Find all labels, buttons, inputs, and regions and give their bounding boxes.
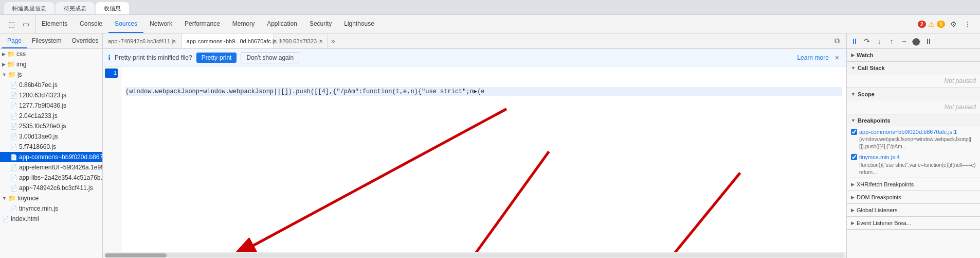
file-icon-2: 📄	[10, 92, 17, 99]
scope-header[interactable]: ▼ Scope	[847, 88, 980, 100]
breakpoint-checkbox-2[interactable]	[851, 154, 857, 160]
dont-show-button[interactable]: Don't show again	[241, 52, 299, 63]
tree-file-2[interactable]: 📄 1200.63d7f323.js	[0, 90, 102, 100]
tab-network[interactable]: Network	[143, 15, 178, 33]
tree-file-app-commons[interactable]: 📄 app-commons~bb9f020d.b8670afc.js	[0, 152, 102, 162]
tab-elements[interactable]: Elements	[35, 15, 74, 33]
browser-tab-2[interactable]: 待完成息	[56, 2, 95, 14]
tree-folder-css[interactable]: ▶ 📁 css	[0, 49, 102, 59]
learn-more-link[interactable]: Learn more	[797, 54, 828, 61]
code-content[interactable]: (window.webpackJsonp=window.webpackJsonp…	[121, 66, 846, 252]
tree-folder-img[interactable]: ▶ 📁 img	[0, 59, 102, 70]
device-toolbar-btn[interactable]: ▭	[20, 18, 32, 30]
file-tab-1200[interactable]: 1200.63d7f323.js	[274, 33, 328, 48]
pause-on-exception-btn[interactable]: ⏸	[923, 36, 934, 47]
file-tabs-more-btn[interactable]: »	[328, 33, 338, 48]
step-into-btn[interactable]: ↓	[874, 36, 885, 47]
folder-triangle-js: ▼	[2, 72, 7, 77]
step-out-btn[interactable]: ↑	[886, 36, 897, 47]
step-btn[interactable]: →	[898, 36, 910, 47]
global-listeners-section: ▶ Global Listeners	[847, 204, 980, 217]
file-icon-7: 📄	[10, 144, 17, 150]
folder-icon-img: 📁	[7, 61, 15, 68]
tab-application[interactable]: Application	[261, 15, 303, 33]
browser-tab-1[interactable]: 帕迪奥里信息	[4, 2, 55, 14]
tab-security[interactable]: Security	[303, 15, 338, 33]
tree-file-7[interactable]: 📄 5.f7418660.js	[0, 142, 102, 152]
breakpoint-checkbox-1[interactable]	[851, 129, 857, 135]
pretty-print-button[interactable]: Pretty-print	[196, 53, 237, 63]
pause-resume-btn[interactable]: ⏸	[849, 36, 860, 47]
file-icon-6: 📄	[10, 133, 17, 140]
step-over-btn[interactable]: ↷	[861, 36, 873, 47]
breakpoint-item-2[interactable]: tinymce.min.js:4 !function(){"use strict…	[847, 152, 980, 177]
breakpoint-item-1[interactable]: app-commons~bb9f020d.b8670afc.js:1 (wind…	[847, 127, 980, 152]
watch-section: ▶ Watch	[847, 49, 980, 62]
folder-icon-js: 📁	[8, 71, 16, 78]
tree-file-app-libs[interactable]: 📄 app-libs~2a42e354.4c51a76b.js	[0, 173, 102, 183]
folder-triangle-css: ▶	[2, 51, 6, 57]
tree-file-5[interactable]: 📄 2535.f0c528e0.js	[0, 121, 102, 131]
call-stack-header[interactable]: ▼ Call Stack	[847, 62, 980, 74]
devtools-nav-right: 2 ⚠ 1 ⚙ ⋮	[914, 15, 978, 33]
file-icon-3: 📄	[10, 102, 17, 109]
more-options-btn[interactable]: ⋮	[961, 18, 974, 30]
line-number-1: 1	[105, 68, 118, 78]
xhr-triangle: ▶	[851, 182, 855, 187]
tab-console[interactable]: Console	[74, 15, 108, 33]
breakpoint-filename-2: tinymce.min.js:4	[859, 153, 976, 161]
browser-tab-3[interactable]: 收信息	[96, 2, 129, 14]
xhr-breakpoints-section: ▶ XHR/fetch Breakpoints	[847, 178, 980, 191]
file-icon-app: 📄	[10, 185, 17, 192]
tree-file-4[interactable]: 📄 2.04c1a233.js	[0, 111, 102, 121]
tree-file-app[interactable]: 📄 app~748942c6.bc3cf411.js	[0, 183, 102, 193]
file-icon-4: 📄	[10, 113, 17, 119]
watch-section-header[interactable]: ▶ Watch	[847, 49, 980, 61]
file-icon-5: 📄	[10, 123, 17, 130]
horizontal-scrollbar[interactable]	[103, 252, 846, 258]
inspect-element-btn[interactable]: ⬚	[5, 18, 17, 30]
call-stack-status: Not paused	[847, 74, 980, 88]
dom-breakpoints-header[interactable]: ▶ DOM Breakpoints	[847, 191, 980, 203]
scrollbar-track[interactable]	[105, 253, 844, 257]
breakpoint-text-1: app-commons~bb9f020d.b8670afc.js:1 (wind…	[859, 128, 976, 150]
tree-file-1[interactable]: 📄 0.86b4b7ec.js	[0, 80, 102, 90]
call-stack-section: ▼ Call Stack Not paused	[847, 62, 980, 88]
breakpoints-header[interactable]: ▼ Breakpoints	[847, 114, 980, 127]
event-triangle: ▶	[851, 220, 855, 226]
code-view[interactable]: 1 (window.webpackJsonp=window.webpackJso…	[103, 66, 846, 252]
folder-triangle-img: ▶	[2, 62, 6, 67]
event-listener-breakpoints-header[interactable]: ▶ Event Listener Brea...	[847, 217, 980, 229]
xhr-breakpoints-header[interactable]: ▶ XHR/fetch Breakpoints	[847, 178, 980, 191]
tab-memory[interactable]: Memory	[226, 15, 261, 33]
tab-sources[interactable]: Sources	[108, 15, 143, 33]
scrollbar-thumb[interactable]	[105, 253, 167, 257]
tree-file-app-element[interactable]: 📄 app-elementUI~59f3426a.1e993cac.js	[0, 162, 102, 173]
deactivate-breakpoints-btn[interactable]: ⬤	[911, 36, 922, 47]
sources-subtoolbar: Page Filesystem Overrides Content script…	[0, 33, 102, 49]
file-tab-app-commons[interactable]: app-commons~bb9...0d.b8670afc.js ×	[182, 33, 274, 48]
subtab-filesystem[interactable]: Filesystem	[27, 33, 66, 48]
dom-breakpoints-section: ▶ DOM Breakpoints	[847, 191, 980, 204]
tree-file-6[interactable]: 📄 3.00d13ae0.js	[0, 131, 102, 142]
file-icon-app-commons: 📄	[10, 154, 17, 161]
file-tab-app[interactable]: app~748942c6.bc3cf411.js	[103, 33, 182, 48]
tab-performance[interactable]: Performance	[178, 15, 226, 33]
info-icon: ℹ	[108, 54, 111, 62]
tree-folder-tinymce[interactable]: ▼ 📁 tinymce	[0, 193, 102, 203]
subtab-overrides[interactable]: Overrides	[66, 33, 103, 48]
global-listeners-header[interactable]: ▶ Global Listeners	[847, 204, 980, 216]
tab-lighthouse[interactable]: Lighthouse	[338, 15, 380, 33]
close-banner-btn[interactable]: ×	[833, 54, 841, 62]
devtools-body: Page Filesystem Overrides Content script…	[0, 33, 980, 258]
subtab-page[interactable]: Page	[2, 33, 27, 48]
file-icon-app-libs: 📄	[10, 175, 17, 181]
tree-folder-js[interactable]: ▼ 📁 js	[0, 70, 102, 80]
tree-file-3[interactable]: 📄 1277.7b9f0436.js	[0, 100, 102, 111]
split-editor-btn[interactable]: ⧉	[831, 35, 843, 47]
settings-btn[interactable]: ⚙	[947, 18, 959, 30]
code-area: app~748942c6.bc3cf411.js app-commons~bb9…	[103, 33, 846, 258]
tree-file-index[interactable]: 📄 index.html	[0, 214, 102, 224]
tree-file-tinymce-min[interactable]: 📄 tinymce.min.js	[0, 203, 102, 214]
folder-triangle-tinymce: ▼	[2, 196, 7, 201]
